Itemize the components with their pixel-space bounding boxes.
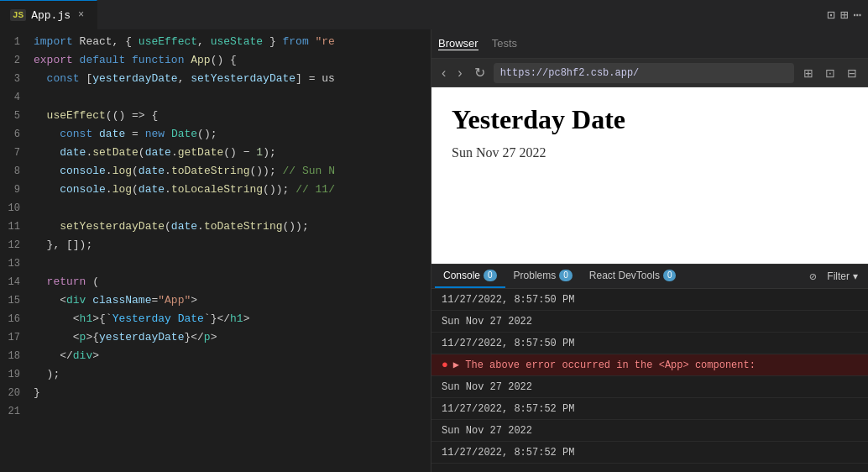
line-number: 1 [0, 33, 34, 51]
token-kw2: export [34, 54, 73, 66]
line-number: 13 [0, 254, 34, 273]
token-punct: [ [80, 72, 93, 85]
code-content: export default function App() { [34, 51, 237, 70]
console-tab-devtools[interactable]: React DevTools 0 [581, 265, 685, 288]
line-number: 12 [0, 236, 34, 254]
clear-console-button[interactable]: ⊘ [805, 268, 820, 286]
toggle-panel-icon[interactable]: ⊞ [840, 7, 849, 24]
token-jsx-tag: h1 [80, 312, 93, 325]
code-content: return ( [34, 273, 99, 291]
code-line: 11 setYesterdayDate(date.toDateString())… [0, 218, 431, 236]
more-actions-icon[interactable]: ⋯ [853, 7, 861, 24]
console-pane: Console 0 Problems 0 React DevTools 0 ⊘ … [431, 264, 868, 472]
split-editor-icon[interactable]: ⊡ [827, 7, 835, 24]
code-line: 6 const date = new Date(); [0, 125, 431, 144]
tab-app-js[interactable]: JS App.js × [0, 0, 97, 29]
editor-pane: 1import React, { useEffect, useState } f… [0, 29, 431, 472]
code-line: 10 [0, 199, 431, 218]
code-line: 17 <p>{yesterdayDate}</p> [0, 328, 431, 347]
line-number: 11 [0, 218, 34, 236]
token-jsx-tag: p [204, 331, 211, 344]
code-line: 3 const [yesterdayDate, setYesterdayDate… [0, 70, 431, 88]
token-punct [34, 183, 60, 196]
line-number: 2 [0, 51, 34, 70]
token-punct: ); [34, 368, 60, 380]
code-line: 13 [0, 254, 431, 273]
line-number: 8 [0, 162, 34, 181]
token-punct: , [197, 35, 211, 48]
console-message-text: Sun Nov 27 2022 [442, 425, 532, 437]
token-punct: (); [197, 128, 217, 140]
browser-tab-browser[interactable]: Browser [438, 37, 478, 50]
browser-tab-tests[interactable]: Tests [492, 37, 517, 50]
token-fn: setYesterdayDate [60, 220, 165, 233]
token-punct: . [106, 165, 112, 177]
line-number: 5 [0, 107, 34, 125]
token-punct: < [34, 312, 80, 325]
token-var: date [60, 146, 86, 159]
console-message-text: 11/27/2022, 8:57:50 PM [442, 294, 574, 306]
toolbar-icons: ⊞ ⊡ ⊟ [799, 65, 861, 81]
token-var: date [171, 220, 197, 233]
token-punct: () − [223, 146, 256, 159]
console-message-text: ▶ The above error occurred in the <App> … [453, 359, 756, 371]
token-var: date [145, 146, 171, 159]
tab-close-button[interactable]: × [76, 8, 86, 23]
line-number: 17 [0, 328, 34, 347]
token-punct: = [125, 128, 144, 140]
code-line: 20} [0, 384, 431, 402]
address-bar[interactable] [494, 63, 794, 83]
token-cls: Date [171, 128, 197, 140]
code-line: 2export default function App() { [0, 51, 431, 70]
token-punct: (() => { [106, 109, 158, 122]
token-punct: ( [165, 220, 171, 233]
token-punct [34, 146, 60, 159]
filter-label: Filter [827, 270, 850, 282]
token-fn: App [191, 54, 210, 66]
console-messages[interactable]: 11/27/2022, 8:57:50 PMSun Nov 27 202211/… [431, 289, 868, 472]
token-punct: . [106, 183, 112, 196]
token-jsx-str: "App" [158, 294, 191, 307]
token-fn: toDateString [204, 220, 283, 233]
token-punct: . [171, 146, 178, 159]
detach-icon[interactable]: ⊟ [843, 65, 861, 81]
token-punct [34, 220, 60, 233]
filter-chevron-icon: ▾ [853, 270, 858, 282]
line-number: 10 [0, 199, 34, 218]
token-punct: ()); [283, 220, 309, 233]
token-punct: >{ [86, 331, 99, 344]
token-fn: log [112, 165, 132, 177]
refresh-button[interactable]: ↻ [471, 65, 489, 81]
token-punct: < [34, 331, 80, 344]
code-line: 21 [0, 402, 431, 421]
line-number: 21 [0, 402, 34, 421]
token-jsx-attr: className [92, 294, 151, 307]
code-line: 8 console.log(date.toDateString()); // S… [0, 162, 431, 181]
console-tab-problems[interactable]: Problems 0 [505, 265, 581, 288]
code-content: useEffect(() => { [34, 107, 158, 125]
filter-button[interactable]: Filter ▾ [820, 270, 865, 282]
forward-button[interactable]: › [454, 65, 465, 81]
tab-label: App.js [31, 9, 71, 22]
line-number: 6 [0, 125, 34, 144]
page-title: Yesterday Date [452, 104, 848, 135]
token-jsx-tag: h1 [230, 312, 243, 325]
line-number: 20 [0, 384, 34, 402]
token-kw: import [34, 35, 73, 48]
token-cmt: // Sun N [283, 165, 335, 177]
console-badge: 0 [484, 270, 497, 281]
problems-badge: 0 [559, 270, 573, 281]
device-toolbar-icon[interactable]: ⊞ [799, 65, 818, 81]
token-fn: setDate [92, 146, 139, 159]
token-var: date [99, 128, 125, 140]
token-cls: useState [211, 35, 263, 48]
token-jsx-tag: div [66, 294, 86, 307]
code-editor[interactable]: 1import React, { useEffect, useState } f… [0, 29, 431, 424]
console-message: 11/27/2022, 8:57:50 PM [431, 289, 868, 311]
code-content: <p>{yesterdayDate}</p> [34, 328, 217, 347]
token-punct: } [34, 386, 40, 399]
back-button[interactable]: ‹ [438, 65, 449, 81]
console-tab-console[interactable]: Console 0 [435, 265, 505, 288]
split-view-icon[interactable]: ⊡ [821, 65, 839, 81]
token-punct: < [34, 294, 66, 307]
